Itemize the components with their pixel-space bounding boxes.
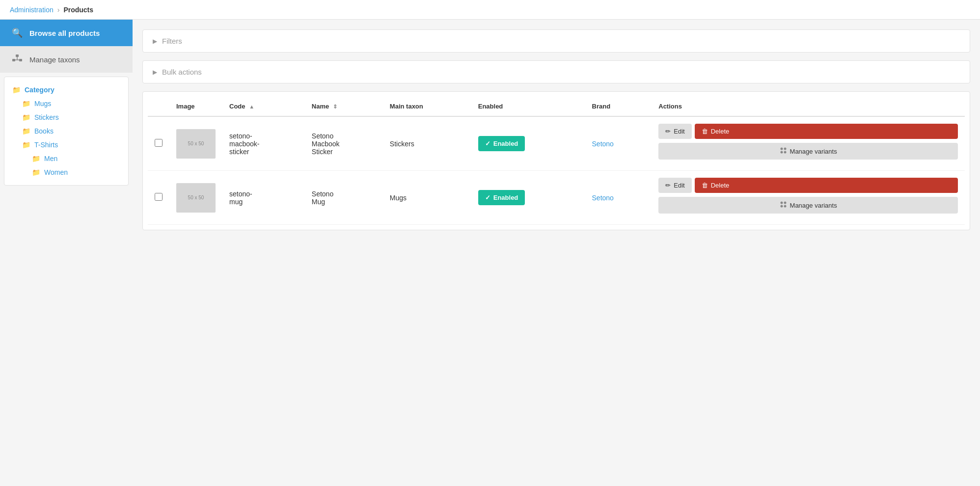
sidebar-item-browse-products[interactable]: 🔍 Browse all products: [0, 20, 133, 46]
tree-item-mugs[interactable]: 📁 Mugs: [4, 97, 128, 110]
row2-enabled-cell: ✓ Enabled: [471, 171, 585, 225]
row1-brand-link[interactable]: Setono: [592, 140, 614, 148]
row1-enabled-badge: ✓ Enabled: [478, 136, 525, 151]
row1-checkbox-cell: [148, 116, 169, 171]
th-checkbox: [148, 97, 169, 116]
row2-name-cell: SetonoMug: [305, 171, 383, 225]
row1-primary-actions: ✏ Edit 🗑 Delete: [658, 124, 958, 139]
tree-link-women[interactable]: Women: [44, 168, 68, 176]
svg-point-9: [780, 202, 783, 204]
row1-taxon: Stickers: [390, 140, 414, 148]
products-table-section: Image Code ▲ Name ⇕ Main taxon: [142, 91, 970, 230]
breadcrumb-current: Products: [63, 6, 93, 14]
tree-link-tshirts[interactable]: T-Shirts: [34, 141, 58, 149]
name-sort-icon: ⇕: [333, 104, 337, 109]
row1-taxon-cell: Stickers: [383, 116, 471, 171]
tree-link-books[interactable]: Books: [34, 127, 54, 135]
row1-edit-button[interactable]: ✏ Edit: [658, 124, 691, 139]
taxons-icon: [10, 54, 25, 65]
main-layout: 🔍 Browse all products Manage taxons 📁 Ca…: [0, 20, 980, 486]
tree-item-category[interactable]: 📁 Category: [4, 83, 128, 97]
folder-icon-tshirts: 📁: [22, 141, 30, 149]
table-wrapper: Image Code ▲ Name ⇕ Main taxon: [143, 92, 970, 230]
row2-delete-button[interactable]: 🗑 Delete: [695, 178, 958, 193]
row2-brand-link[interactable]: Setono: [592, 194, 614, 202]
row2-checkbox[interactable]: [155, 193, 163, 201]
folder-icon-stickers: 📁: [22, 113, 30, 121]
category-tree: 📁 Category 📁 Mugs 📁 Stickers 📁 Books 📁 T…: [4, 77, 129, 186]
th-brand: Brand: [585, 97, 652, 116]
row1-manage-variants-button[interactable]: Manage variants: [658, 143, 958, 160]
breadcrumb-separator: ›: [57, 6, 60, 14]
tree-link-category[interactable]: Category: [25, 86, 54, 94]
check-icon: ✓: [485, 194, 490, 201]
row1-delete-button[interactable]: 🗑 Delete: [695, 124, 958, 139]
th-actions: Actions: [652, 97, 965, 116]
row1-checkbox[interactable]: [155, 139, 163, 147]
row2-taxon: Mugs: [390, 194, 407, 202]
tree-item-tshirts[interactable]: 📁 T-Shirts: [4, 138, 128, 152]
sidebar-item-manage-taxons[interactable]: Manage taxons: [0, 46, 133, 73]
row2-name: SetonoMug: [312, 190, 333, 206]
row2-enabled-badge: ✓ Enabled: [478, 190, 525, 205]
row2-taxon-cell: Mugs: [383, 171, 471, 225]
variants-icon: [780, 201, 787, 210]
filters-title: Filters: [162, 37, 182, 45]
row1-name-cell: SetonoMacbookSticker: [305, 116, 383, 171]
svg-point-10: [784, 202, 786, 204]
variants-icon: [780, 147, 787, 156]
row1-brand-cell: Setono: [585, 116, 652, 171]
th-code[interactable]: Code ▲: [222, 97, 305, 116]
row1-actions-cell: ✏ Edit 🗑 Delete: [652, 116, 965, 171]
row1-code-cell: setono-macbook-sticker: [222, 116, 305, 171]
th-main-taxon: Main taxon: [383, 97, 471, 116]
products-table: Image Code ▲ Name ⇕ Main taxon: [148, 97, 965, 225]
svg-point-5: [780, 148, 783, 150]
folder-icon-women: 📁: [32, 168, 40, 176]
table-row: 50 x 50 setono-mug SetonoMug Mugs: [148, 171, 965, 225]
folder-icon-books: 📁: [22, 127, 30, 135]
bulk-actions-title: Bulk actions: [162, 68, 202, 76]
tree-link-stickers[interactable]: Stickers: [34, 113, 59, 121]
th-name[interactable]: Name ⇕: [305, 97, 383, 116]
svg-point-6: [784, 148, 786, 150]
search-icon: 🔍: [10, 27, 25, 38]
trash-icon: 🗑: [702, 128, 708, 135]
trash-icon: 🗑: [702, 182, 708, 189]
row1-code: setono-macbook-sticker: [229, 132, 259, 156]
row2-edit-button[interactable]: ✏ Edit: [658, 178, 691, 193]
folder-icon-men: 📁: [32, 155, 40, 162]
pencil-icon: ✏: [665, 128, 671, 135]
tree-link-mugs[interactable]: Mugs: [34, 100, 51, 108]
svg-rect-0: [16, 54, 19, 57]
row2-manage-variants-button[interactable]: Manage variants: [658, 197, 958, 214]
tree-item-books[interactable]: 📁 Books: [4, 124, 128, 138]
bulk-actions-section: ▶ Bulk actions: [142, 60, 970, 83]
tree-item-stickers[interactable]: 📁 Stickers: [4, 110, 128, 124]
check-icon: ✓: [485, 140, 490, 147]
folder-icon-mugs: 📁: [22, 100, 30, 108]
row1-enabled-cell: ✓ Enabled: [471, 116, 585, 171]
main-content: ▶ Filters ▶ Bulk actions Image: [133, 20, 980, 486]
bulk-actions-header[interactable]: ▶ Bulk actions: [143, 61, 970, 83]
row1-secondary-actions: Manage variants: [658, 143, 958, 160]
row1-image: 50 x 50: [176, 129, 216, 159]
tree-link-men[interactable]: Men: [44, 155, 57, 162]
tree-item-men[interactable]: 📁 Men: [4, 152, 128, 165]
svg-point-12: [784, 205, 786, 208]
folder-icon-category: 📁: [12, 86, 21, 94]
breadcrumb-admin-link[interactable]: Administration: [10, 6, 54, 14]
filters-section: ▶ Filters: [142, 29, 970, 53]
svg-point-11: [780, 205, 783, 208]
row2-secondary-actions: Manage variants: [658, 197, 958, 214]
row2-actions-cell: ✏ Edit 🗑 Delete: [652, 171, 965, 225]
svg-point-8: [784, 151, 786, 154]
row2-code-cell: setono-mug: [222, 171, 305, 225]
row2-checkbox-cell: [148, 171, 169, 225]
bulk-actions-chevron-icon: ▶: [153, 69, 157, 76]
row2-image-cell: 50 x 50: [169, 171, 222, 225]
row1-image-cell: 50 x 50: [169, 116, 222, 171]
row2-brand-cell: Setono: [585, 171, 652, 225]
tree-item-women[interactable]: 📁 Women: [4, 165, 128, 179]
filters-header[interactable]: ▶ Filters: [143, 30, 970, 52]
